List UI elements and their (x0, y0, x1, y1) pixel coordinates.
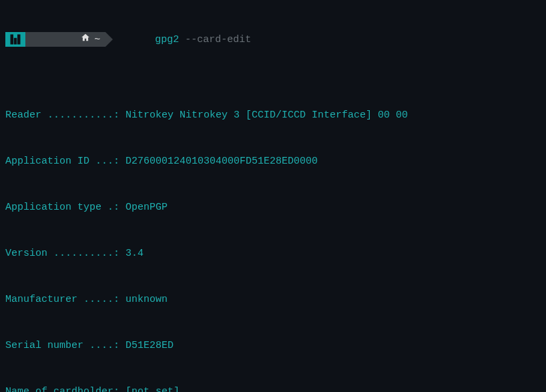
manjaro-logo-icon (9, 33, 21, 45)
prompt-line: ~ gpg2 --card-edit (5, 32, 541, 47)
output-line: Serial number ....: D51E28ED (5, 338, 541, 353)
command: gpg2 --card-edit (119, 17, 251, 63)
command-name: gpg2 (155, 34, 179, 45)
output-line: Name of cardholder: [not set] (5, 384, 541, 392)
cwd-segment: ~ (25, 32, 105, 47)
output-line: Application ID ...: D276000124010304000F… (5, 154, 541, 169)
output-line: Application type .: OpenPGP (5, 200, 541, 215)
svg-rect-2 (17, 35, 21, 45)
command-args: --card-edit (185, 34, 251, 45)
distro-logo-segment (5, 32, 25, 47)
home-icon (36, 17, 90, 63)
output-line: Reader ...........: Nitrokey Nitrokey 3 … (5, 108, 541, 123)
terminal[interactable]: ~ gpg2 --card-edit Reader ...........: N… (0, 0, 546, 392)
cwd-path: ~ (94, 32, 100, 47)
svg-rect-0 (11, 35, 14, 45)
output-line: Version ..........: 3.4 (5, 246, 541, 261)
output-line: Manufacturer .....: unknown (5, 292, 541, 307)
svg-rect-1 (14, 38, 17, 45)
